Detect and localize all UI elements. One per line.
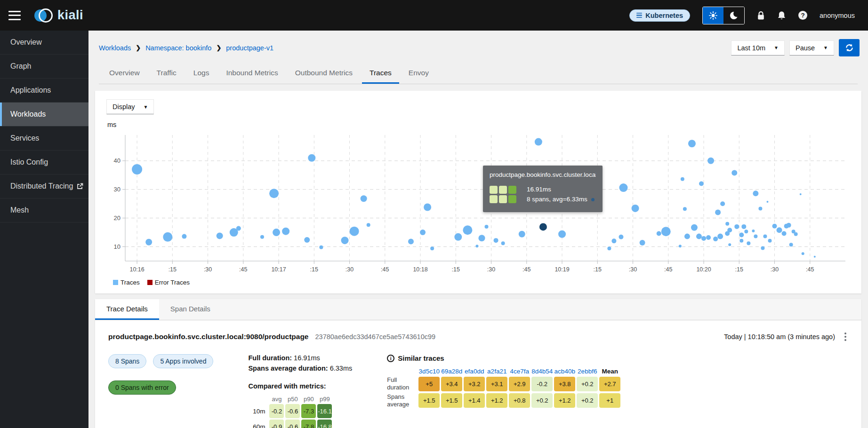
trace-point[interactable] <box>747 241 750 245</box>
trace-point[interactable] <box>485 225 489 229</box>
breadcrumb-link[interactable]: Namespace: bookinfo <box>145 44 211 52</box>
trace-point[interactable] <box>679 245 682 247</box>
trace-point[interactable] <box>758 207 762 211</box>
display-options-select[interactable]: Display ▼ <box>106 99 154 114</box>
tab-inbound-metrics[interactable]: Inbound Metrics <box>218 64 285 84</box>
auth-lock-button[interactable] <box>757 11 765 20</box>
trace-point[interactable] <box>814 256 816 258</box>
dark-theme-button[interactable] <box>723 7 744 24</box>
tab-traffic[interactable]: Traffic <box>149 64 184 84</box>
kiali-logo[interactable]: kiali <box>33 7 83 24</box>
user-label[interactable]: anonymous <box>820 12 855 19</box>
similar-trace-link[interactable]: 3d5c10 <box>419 368 440 375</box>
legend-item-error-traces[interactable]: Error Traces <box>147 279 190 286</box>
similar-trace-link[interactable]: 4ce7fa <box>510 368 529 375</box>
trace-point[interactable] <box>725 222 729 226</box>
trace-point[interactable] <box>713 237 718 241</box>
similar-trace-link[interactable]: 2ebbf6 <box>578 368 597 375</box>
trace-point[interactable] <box>420 230 426 235</box>
trace-point[interactable] <box>341 237 349 244</box>
trace-point[interactable] <box>308 154 315 162</box>
sidebar-item-services[interactable]: Services <box>0 127 88 151</box>
trace-point[interactable] <box>681 177 684 181</box>
selected-trace-point[interactable] <box>539 223 547 230</box>
trace-point[interactable] <box>463 225 472 235</box>
sidebar-item-distributed-tracing[interactable]: Distributed Tracing <box>0 174 88 198</box>
trace-point[interactable] <box>741 224 746 229</box>
cluster-badge[interactable]: Kubernetes <box>629 9 690 22</box>
trace-point[interactable] <box>699 182 704 186</box>
trace-point[interactable] <box>772 224 777 229</box>
trace-point[interactable] <box>794 232 798 236</box>
trace-point[interactable] <box>717 234 723 239</box>
trace-point[interactable] <box>739 233 744 238</box>
tab-traces[interactable]: Traces <box>362 64 399 84</box>
trace-point[interactable] <box>727 228 732 232</box>
trace-point[interactable] <box>182 234 186 239</box>
trace-point[interactable] <box>478 235 485 241</box>
trace-point[interactable] <box>777 227 782 233</box>
sidebar-item-overview[interactable]: Overview <box>0 31 88 55</box>
trace-point[interactable] <box>408 239 414 245</box>
notifications-button[interactable] <box>777 11 786 20</box>
similar-trace-link[interactable]: a2fa21 <box>487 368 506 375</box>
trace-point[interactable] <box>701 236 706 241</box>
legend-item-traces[interactable]: Traces <box>113 279 140 286</box>
trace-point[interactable] <box>607 246 611 250</box>
trace-point[interactable] <box>768 239 772 243</box>
help-button[interactable]: ? <box>798 11 807 20</box>
trace-point[interactable] <box>766 201 768 203</box>
trace-point[interactable] <box>454 233 462 241</box>
trace-point[interactable] <box>734 224 739 229</box>
trace-point[interactable] <box>691 224 698 231</box>
trace-point[interactable] <box>728 243 731 246</box>
trace-point[interactable] <box>802 252 804 255</box>
sidebar-item-workloads[interactable]: Workloads <box>0 103 88 127</box>
trace-point[interactable] <box>706 235 711 240</box>
trace-point[interactable] <box>535 138 542 146</box>
trace-point[interactable] <box>763 235 767 238</box>
trace-point[interactable] <box>800 193 802 195</box>
light-theme-button[interactable] <box>703 7 723 24</box>
breadcrumb-link[interactable]: productpage-v1 <box>226 44 273 52</box>
similar-trace-link[interactable]: acb40b <box>555 368 575 375</box>
trace-point[interactable] <box>304 237 310 243</box>
trace-point[interactable] <box>350 227 359 236</box>
kebab-menu-icon[interactable] <box>843 331 848 343</box>
time-range-select[interactable]: Last 10m ▼ <box>731 40 785 55</box>
trace-point[interactable] <box>720 201 725 206</box>
trace-point[interactable] <box>684 234 690 239</box>
trace-point[interactable] <box>163 232 172 242</box>
trace-point[interactable] <box>752 230 755 232</box>
tab-outbound-metrics[interactable]: Outbound Metrics <box>288 64 360 84</box>
breadcrumb-link[interactable]: Workloads <box>99 44 131 52</box>
trace-point[interactable] <box>430 246 434 250</box>
trace-point[interactable] <box>260 235 264 239</box>
trace-point[interactable] <box>361 195 367 202</box>
trace-point[interactable] <box>619 183 627 192</box>
trace-point[interactable] <box>731 170 737 175</box>
tab-overview[interactable]: Overview <box>102 64 147 84</box>
trace-point[interactable] <box>688 140 696 147</box>
trace-point[interactable] <box>519 231 525 238</box>
trace-point[interactable] <box>761 246 764 250</box>
trace-point[interactable] <box>145 239 152 246</box>
trace-point[interactable] <box>132 164 142 174</box>
tab-trace-details[interactable]: Trace Details <box>95 299 159 320</box>
sidebar-item-graph[interactable]: Graph <box>0 55 88 79</box>
trace-point[interactable] <box>501 241 505 245</box>
similar-trace-link[interactable]: 69a28d <box>441 368 462 375</box>
trace-point[interactable] <box>696 234 702 239</box>
trace-point[interactable] <box>787 223 791 228</box>
trace-point[interactable] <box>744 230 748 233</box>
trace-point[interactable] <box>236 226 241 231</box>
refresh-interval-select[interactable]: Pause ▼ <box>789 40 834 55</box>
trace-point[interactable] <box>683 207 687 211</box>
scatter-plot-svg[interactable]: 1020304010:16:15:30:4510:17:15:30:4510:1… <box>106 129 850 276</box>
trace-point[interactable] <box>475 245 478 247</box>
trace-point[interactable] <box>753 190 758 196</box>
trace-point[interactable] <box>494 238 498 243</box>
similar-trace-link[interactable]: 8d4b54 <box>531 368 553 375</box>
trace-point[interactable] <box>424 203 431 211</box>
sidebar-item-applications[interactable]: Applications <box>0 79 88 103</box>
